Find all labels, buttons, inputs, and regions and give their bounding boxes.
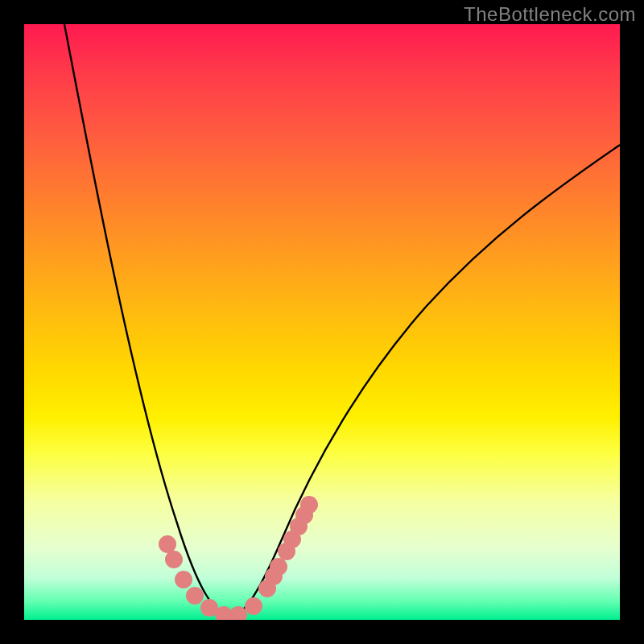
v-curve-path: [64, 24, 620, 617]
dot-icon: [175, 571, 192, 588]
plot-area: [24, 24, 620, 620]
chart-frame: TheBottleneck.com: [0, 0, 644, 644]
dot-icon: [245, 597, 262, 615]
highlight-dots-group: [159, 496, 318, 620]
dot-icon: [165, 551, 183, 568]
dot-icon: [270, 558, 287, 576]
curve-svg: [24, 24, 620, 620]
dot-icon: [159, 535, 176, 553]
dot-icon: [186, 587, 204, 605]
dot-icon: [300, 496, 318, 514]
watermark-text: TheBottleneck.com: [464, 3, 636, 26]
